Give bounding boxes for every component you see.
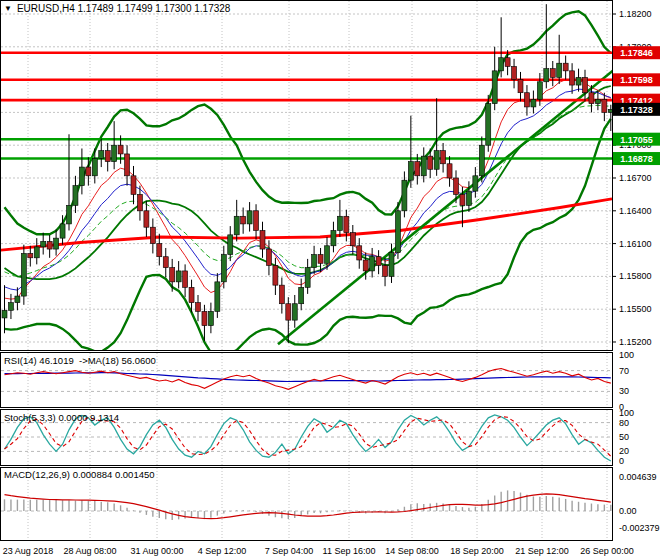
candle-body: [15, 296, 20, 303]
candle-body: [350, 233, 355, 246]
candle-body: [389, 252, 394, 276]
candle-body: [518, 80, 523, 93]
symbol-dropdown-icon[interactable]: ▼: [4, 3, 12, 14]
candle-body: [221, 255, 226, 282]
candle-body: [466, 191, 471, 205]
candle-body: [157, 244, 162, 257]
candle-body: [408, 162, 413, 181]
candle-body: [486, 104, 491, 146]
candle-body: [254, 211, 259, 231]
rsi-panel: [1, 369, 612, 392]
macd-indicator-label: MACD(12,26,9) 0.000884 0.001450: [4, 469, 155, 480]
date-label: 11 Sep 16:00: [323, 546, 376, 556]
candle-body: [8, 303, 13, 311]
candle-body: [531, 99, 536, 107]
candle-body: [279, 285, 284, 304]
candle-body: [292, 304, 297, 320]
macd-axis-label: 0.004639: [619, 472, 657, 482]
candle-body: [170, 268, 175, 282]
bollinger-bands: [5, 11, 611, 357]
date-label: 31 Aug 00:00: [130, 546, 183, 556]
candle-body: [60, 224, 65, 238]
date-label: 14 Sep 08:00: [385, 546, 439, 556]
candle-body: [131, 176, 136, 195]
date-label: 18 Sep 20:00: [450, 546, 504, 556]
price-tick-label: 1.15800: [619, 271, 652, 281]
candle-body: [105, 151, 110, 162]
candle-body: [99, 151, 104, 159]
candle-body: [479, 145, 484, 176]
candle-body: [112, 145, 117, 161]
stoch-axis-label: 20: [619, 446, 629, 456]
candle-body: [602, 99, 607, 112]
candle-body: [208, 311, 213, 325]
stoch-axis-label: 50: [619, 432, 629, 442]
stoch-axis-label: 80: [619, 418, 629, 428]
candle-body: [415, 162, 420, 176]
candle-body: [299, 287, 304, 303]
candle-body: [86, 167, 91, 176]
rsi-axis-label: 30: [619, 386, 629, 396]
candle-body: [196, 303, 201, 312]
candle-body: [557, 63, 562, 77]
candle-body: [499, 58, 504, 71]
candle-body: [247, 211, 252, 224]
macd-axis-label: 0.00: [619, 506, 637, 516]
candle-body: [150, 227, 155, 243]
candle-body: [537, 82, 542, 99]
price-tick-label: 1.15500: [619, 304, 652, 314]
symbol-ohlc-label: EURUSD,H4 1.17489 1.17499 1.17300 1.1732…: [17, 3, 231, 14]
candle-body: [428, 156, 433, 169]
candle-body: [54, 238, 59, 249]
candle-body: [570, 71, 575, 85]
candle-body: [524, 93, 529, 107]
candle-body: [576, 77, 581, 85]
candle-body: [563, 63, 568, 71]
candle-body: [41, 241, 46, 246]
candle-body: [402, 180, 407, 211]
candle-body: [67, 205, 72, 224]
candle-body: [331, 230, 336, 245]
price-badge-label: 1.17846: [620, 48, 653, 58]
stoch-axis-label: 0: [619, 456, 624, 466]
candle-body: [505, 58, 510, 67]
candles-layer: [2, 4, 613, 343]
candle-body: [215, 282, 220, 312]
candle-body: [376, 257, 381, 266]
candle-body: [512, 66, 517, 79]
price-badge-label: 1.17055: [620, 135, 653, 145]
price-badge-label: 1.16878: [620, 154, 653, 164]
candle-body: [344, 216, 349, 232]
date-label: 4 Sep 12:00: [198, 546, 247, 556]
horizontal-levels[interactable]: [1, 53, 612, 159]
candle-body: [473, 176, 478, 191]
candle-body: [176, 271, 181, 282]
stoch-indicator-label: Stoch(5,3,3) 0.0000 9.1314: [4, 412, 119, 423]
date-label: 21 Sep 12:00: [515, 546, 569, 556]
candle-body: [189, 287, 194, 302]
candle-body: [273, 265, 278, 285]
price-badge-label: 1.17328: [620, 105, 653, 115]
chart-title: ▼EURUSD,H4 1.17489 1.17499 1.17300 1.173…: [4, 3, 230, 15]
candle-body: [337, 216, 342, 230]
candle-body: [363, 260, 368, 271]
price-tick-label: 1.16100: [619, 239, 652, 249]
candle-body: [125, 154, 130, 176]
macd-axis-label: -0.002379: [619, 523, 660, 533]
candle-body: [447, 164, 452, 178]
candle-body: [454, 178, 459, 194]
price-tick-label: 1.18200: [619, 9, 652, 19]
price-axis[interactable]: 1.182001.179001.176001.173001.170001.167…: [612, 9, 660, 533]
candle-body: [241, 216, 246, 224]
candle-body: [92, 158, 97, 175]
candle-body: [163, 257, 168, 268]
candle-body: [202, 311, 207, 325]
candle-body: [312, 255, 317, 268]
candle-body: [395, 211, 400, 253]
candle-body: [183, 271, 188, 287]
candle-body: [34, 247, 39, 258]
candle-body: [589, 93, 594, 104]
candle-body: [544, 69, 549, 82]
date-axis[interactable]: 23 Aug 201828 Aug 08:0031 Aug 00:004 Sep…: [3, 546, 634, 556]
candle-body: [492, 71, 497, 104]
